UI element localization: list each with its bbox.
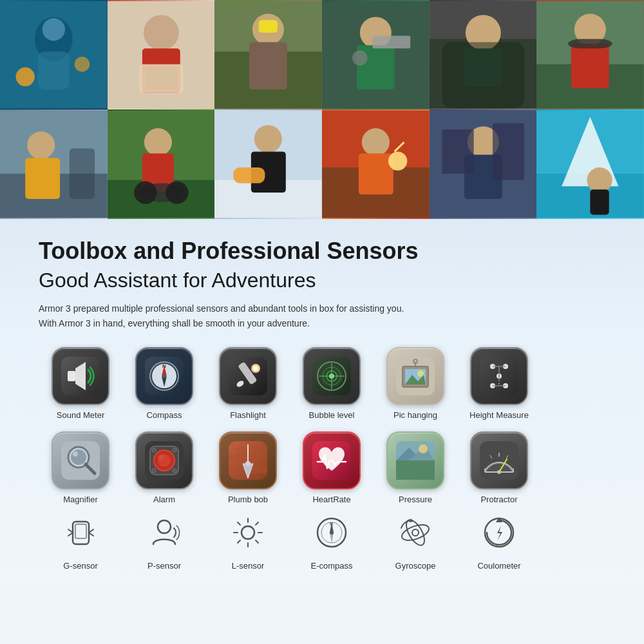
svg-point-2 (43, 18, 65, 41)
svg-line-152 (256, 540, 258, 543)
description: Armor 3 prepared multiple professional s… (39, 301, 528, 330)
sound-meter-icon (52, 347, 109, 405)
svg-point-33 (27, 131, 55, 159)
svg-rect-25 (442, 42, 524, 108)
p-sensor-icon (142, 511, 187, 556)
svg-rect-10 (145, 68, 176, 90)
tool-sound-meter[interactable]: Sound Meter (39, 347, 122, 420)
magnifier-label: Magnifier (63, 495, 97, 504)
svg-rect-58 (442, 129, 473, 174)
tool-height-measure[interactable]: Height Measure (457, 347, 541, 420)
tool-protractor[interactable]: Protractor (457, 431, 541, 504)
svg-point-159 (330, 531, 334, 535)
svg-line-153 (256, 522, 258, 525)
height-measure-icon (470, 347, 528, 405)
coulometer-label: Coulometer (477, 561, 520, 571)
svg-point-163 (412, 529, 419, 536)
svg-point-117 (152, 469, 156, 473)
svg-point-20 (352, 50, 368, 66)
svg-line-151 (238, 522, 240, 525)
tool-flashlight[interactable]: Flashlight (206, 347, 290, 420)
photo-12 (536, 109, 644, 219)
photo-2 (108, 0, 215, 109)
p-sensor-label: P-sensor (147, 561, 181, 571)
svg-point-7 (144, 15, 179, 50)
tool-heartrate[interactable]: HeartRate (290, 431, 374, 504)
svg-point-161 (399, 522, 430, 544)
tools-grid: Sound Meter N (39, 347, 605, 504)
bubble-level-label: Bubble level (309, 410, 355, 420)
svg-rect-66 (68, 371, 75, 381)
svg-rect-34 (25, 158, 60, 199)
alarm-icon (135, 431, 193, 489)
gyroscope-icon (393, 511, 438, 556)
g-sensor-icon (58, 511, 103, 556)
svg-point-92 (417, 370, 424, 377)
tool-coulometer[interactable]: Coulometer (457, 511, 541, 571)
svg-point-108 (73, 451, 78, 457)
svg-point-45 (254, 125, 282, 153)
svg-rect-132 (396, 441, 435, 460)
bubble-level-icon (303, 347, 361, 405)
tool-plumb-bob[interactable]: Plumb bob (206, 431, 290, 504)
photo-5 (430, 0, 537, 109)
svg-point-126 (245, 461, 251, 466)
compass-label: Compass (147, 410, 182, 420)
photo-8 (108, 109, 215, 219)
svg-point-133 (419, 444, 428, 453)
svg-point-5 (75, 57, 90, 72)
sound-meter-label: Sound Meter (57, 410, 104, 420)
svg-rect-35 (70, 148, 95, 198)
tool-gyroscope[interactable]: Gyroscope (374, 511, 457, 571)
svg-rect-122 (235, 448, 267, 454)
svg-rect-64 (591, 189, 609, 214)
protractor-icon (470, 431, 528, 489)
svg-point-4 (16, 68, 35, 86)
e-compass-icon: N (309, 511, 354, 556)
content-area: Toolbox and Professional Sensors Good As… (0, 219, 644, 583)
svg-rect-129 (396, 460, 435, 480)
tool-pic-hanging[interactable]: Pic hanging (374, 347, 457, 420)
photo-6 (536, 0, 644, 109)
tool-g-sensor[interactable]: G-sensor (39, 511, 122, 571)
tool-bubble-level[interactable]: Bubble level (290, 347, 374, 420)
alarm-label: Alarm (153, 495, 175, 504)
l-sensor-icon (225, 511, 270, 556)
photo-10 (322, 109, 430, 219)
photo-1 (0, 0, 108, 109)
svg-point-116 (173, 448, 176, 452)
l-sensor-label: L-sensor (232, 561, 265, 571)
tool-p-sensor[interactable]: P-sensor (122, 511, 206, 571)
tool-magnifier[interactable]: Magnifier (39, 431, 122, 504)
svg-line-154 (238, 540, 240, 543)
pic-hanging-label: Pic hanging (393, 410, 437, 420)
svg-point-41 (134, 181, 156, 204)
svg-rect-144 (75, 524, 86, 538)
svg-point-38 (144, 128, 172, 156)
pressure-label: Pressure (399, 495, 432, 504)
svg-point-42 (166, 181, 188, 204)
tool-compass[interactable]: N Compass (122, 347, 206, 420)
tool-alarm[interactable]: Alarm (122, 431, 206, 504)
svg-point-52 (388, 151, 407, 170)
svg-rect-19 (372, 36, 410, 49)
svg-point-63 (587, 167, 612, 193)
bottom-tools-row: G-sensor P-sensor (39, 511, 605, 571)
pressure-icon (386, 431, 444, 489)
photo-grid (0, 0, 644, 219)
g-sensor-label: G-sensor (63, 561, 97, 571)
svg-point-115 (152, 448, 156, 452)
tool-e-compass[interactable]: N E-compass (290, 511, 374, 571)
flashlight-label: Flashlight (230, 410, 266, 420)
tool-pressure[interactable]: Pressure (374, 431, 457, 504)
svg-point-50 (362, 128, 390, 156)
flashlight-icon (219, 347, 277, 405)
svg-marker-167 (497, 526, 502, 541)
svg-text:N: N (330, 522, 333, 526)
photo-7 (0, 109, 108, 219)
e-compass-label: E-compass (310, 561, 352, 571)
svg-rect-51 (359, 153, 393, 194)
heartrate-icon (303, 431, 361, 489)
svg-rect-15 (259, 20, 278, 33)
tool-l-sensor[interactable]: L-sensor (206, 511, 290, 571)
